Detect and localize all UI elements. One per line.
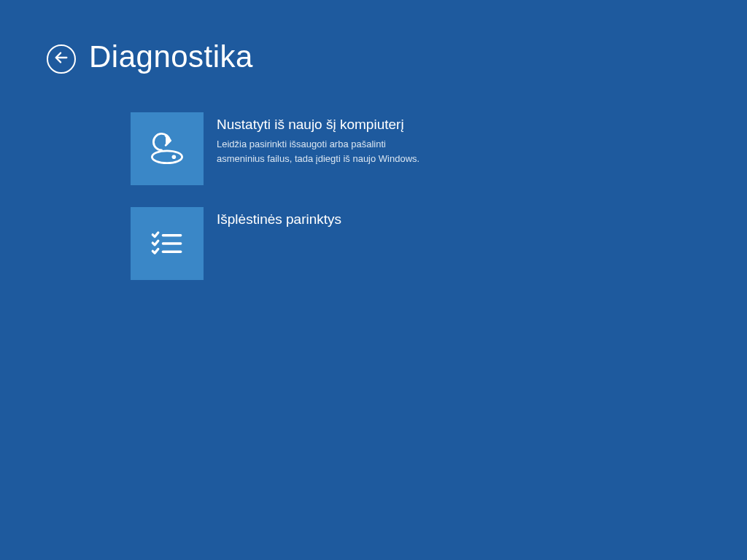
- page-title: Diagnostika: [89, 39, 253, 74]
- back-button[interactable]: [47, 44, 76, 74]
- advanced-options-icon: [131, 207, 204, 280]
- option-advanced[interactable]: Išplėstinės parinktys: [131, 207, 747, 280]
- option-reset-pc[interactable]: Nustatyti iš naujo šį kompiuterį Leidžia…: [131, 112, 747, 185]
- svg-point-1: [152, 151, 182, 163]
- option-title: Išplėstinės parinktys: [217, 211, 341, 228]
- option-description: Leidžia pasirinkti išsaugoti arba pašali…: [217, 137, 436, 166]
- reset-pc-icon: [131, 112, 204, 185]
- option-title: Nustatyti iš naujo šį kompiuterį: [217, 117, 436, 133]
- arrow-left-icon: [53, 50, 69, 69]
- svg-point-2: [172, 155, 177, 159]
